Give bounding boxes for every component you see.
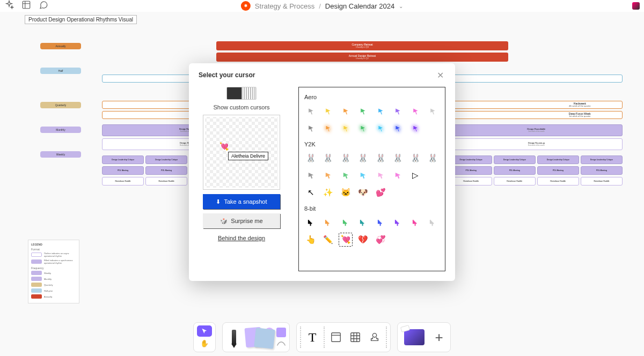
timeline-box-weekly[interactable]: PDL Meeting: [581, 166, 623, 175]
cursor-option[interactable]: 💘: [339, 233, 352, 246]
cursor-option[interactable]: 🐰: [392, 152, 405, 165]
cursor-option[interactable]: [339, 122, 352, 135]
show-cursors-toggle[interactable]: [226, 87, 257, 100]
cursor-option[interactable]: [374, 169, 387, 182]
close-icon[interactable]: ✕: [435, 70, 445, 80]
cursor-option[interactable]: [392, 169, 405, 182]
tool-frame[interactable]: [328, 325, 344, 349]
surprise-me-button[interactable]: 🎲 Surprise me: [203, 213, 280, 228]
cursor-option[interactable]: [322, 169, 335, 182]
cursor-option[interactable]: ✨: [322, 186, 335, 199]
tool-hand[interactable]: ✋: [197, 338, 212, 349]
cursor-option[interactable]: [304, 122, 317, 135]
timeline-bar-design-retreat[interactable]: Annual Design Retreat Usually in Q2: [216, 53, 508, 62]
take-snapshot-button[interactable]: ⬇ Take a snapshot: [203, 194, 280, 209]
cursor-option[interactable]: [409, 216, 422, 229]
timeline-bar-company-retreat[interactable]: Company Retreat Usually in Q3: [216, 41, 508, 50]
tool-text[interactable]: T: [304, 325, 320, 349]
timeline-box-weekly[interactable]: Homebase Huddle: [537, 177, 579, 186]
cursor-option[interactable]: [304, 216, 317, 229]
cursor-option[interactable]: 🐰: [374, 152, 387, 165]
timeline-box-weekly[interactable]: PDL Meeting: [537, 166, 579, 175]
cursor-option[interactable]: [322, 216, 335, 229]
tool-table[interactable]: [347, 325, 363, 349]
cursor-option[interactable]: [304, 105, 317, 117]
cursor-option[interactable]: [392, 122, 405, 135]
timeline-box[interactable]: Design Round-upEnd week of the month: [450, 138, 623, 150]
cursor-option[interactable]: [357, 122, 370, 135]
tool-stamp[interactable]: [367, 325, 383, 349]
sparkle-icon[interactable]: [4, 0, 14, 12]
app-menu-icon[interactable]: [632, 2, 640, 10]
cursor-option[interactable]: [409, 122, 422, 135]
timeline-box-weekly[interactable]: PDL Meeting: [494, 166, 536, 175]
timeline-box-weekly[interactable]: PDL Meeting: [450, 166, 492, 175]
chevron-down-icon[interactable]: ⌄: [399, 3, 403, 9]
behind-design-link[interactable]: Behind the design: [218, 235, 265, 241]
layout-icon[interactable]: [21, 0, 31, 12]
cursor-option[interactable]: [427, 105, 440, 117]
cursor-option[interactable]: 🐰: [427, 152, 440, 165]
cursor-option[interactable]: [374, 122, 387, 135]
pill-weekly[interactable]: Weekly: [40, 151, 81, 158]
cursor-option[interactable]: 🐶: [357, 186, 370, 199]
timeline-box-weekly[interactable]: Design Leadership Critique: [145, 155, 187, 164]
cursor-option[interactable]: ▷: [409, 169, 422, 182]
breadcrumb-current[interactable]: Design Calendar 2024: [325, 2, 394, 10]
cursor-option[interactable]: 💞: [374, 233, 387, 246]
cursor-option[interactable]: 🐰: [304, 152, 317, 165]
cursor-option[interactable]: [304, 169, 317, 182]
cursor-option[interactable]: ↖: [304, 186, 317, 199]
timeline-box-weekly[interactable]: Homebase Huddle: [145, 177, 187, 186]
cursor-option[interactable]: 💕: [374, 186, 387, 199]
cursor-option[interactable]: 🐰: [322, 152, 335, 165]
timeline-box-weekly[interactable]: PDL Meeting: [102, 166, 144, 175]
cursor-option[interactable]: [339, 169, 352, 182]
comment-icon[interactable]: [39, 0, 48, 12]
timeline-box-weekly[interactable]: PDL Meeting: [145, 166, 187, 175]
timeline-box-weekly[interactable]: Homebase Huddle: [102, 177, 144, 186]
canvas-object-label[interactable]: Product Design Operational Rhythms Visua…: [25, 15, 137, 24]
tool-select[interactable]: [197, 325, 212, 337]
pill-monthly[interactable]: Monthly: [40, 127, 81, 133]
tool-add[interactable]: +: [431, 325, 447, 349]
cursor-option[interactable]: [339, 105, 352, 117]
cursor-option[interactable]: [357, 216, 370, 229]
cursor-option[interactable]: [357, 105, 370, 117]
cursor-option[interactable]: 👆: [304, 233, 317, 246]
pill-half[interactable]: Half: [40, 68, 81, 74]
cursor-option[interactable]: [374, 216, 387, 229]
cursor-option[interactable]: [322, 122, 335, 135]
cursor-option[interactable]: [427, 216, 440, 229]
timeline-box-weekly[interactable]: Design Leadership Critique: [581, 155, 623, 164]
cursor-option[interactable]: [427, 169, 440, 182]
cursor-option[interactable]: 🐰: [357, 152, 370, 165]
cursor-option[interactable]: [322, 105, 335, 117]
pill-quarterly[interactable]: Quarterly: [40, 102, 81, 108]
timeline-box-weekly[interactable]: Homebase Huddle: [450, 177, 492, 186]
tool-widgets[interactable]: [401, 325, 428, 349]
cursor-option[interactable]: [374, 105, 387, 117]
timeline-box-weekly[interactable]: Design Leadership Critique: [494, 155, 536, 164]
cursor-option[interactable]: ✏️: [322, 233, 335, 246]
timeline-box-weekly[interactable]: Design Leadership Critique: [102, 155, 144, 164]
cursor-option[interactable]: [409, 105, 422, 117]
pill-annually[interactable]: Annually: [40, 43, 81, 49]
timeline-box-weekly[interactable]: Design Leadership Critique: [537, 155, 579, 164]
cursor-option[interactable]: [357, 169, 370, 182]
breadcrumb[interactable]: ✱ Strategy & Process / Design Calendar 2…: [241, 1, 403, 11]
cursor-gallery[interactable]: AeroY2K🐰🐰🐰🐰🐰🐰🐰🐰▷↖✨🐱🐶💕8-bit👆✏️💘💔💞: [298, 87, 445, 271]
timeline-box-weekly[interactable]: Homebase Huddle: [494, 177, 536, 186]
timeline-box-weekly[interactable]: Design Leadership Critique: [450, 155, 492, 164]
tool-pen[interactable]: [226, 325, 242, 349]
cursor-option[interactable]: [392, 105, 405, 117]
tool-sticky[interactable]: [245, 325, 261, 349]
timeline-box-weekly[interactable]: Homebase Huddle: [581, 177, 623, 186]
cursor-option[interactable]: 🐰: [339, 152, 352, 165]
cursor-option[interactable]: [339, 216, 352, 229]
cursor-option[interactable]: [392, 216, 405, 229]
timeline-box[interactable]: Design Roundtable2nd week of the month: [450, 124, 623, 136]
cursor-option[interactable]: 💔: [357, 233, 370, 246]
cursor-option[interactable]: 🐱: [339, 186, 352, 199]
cursor-option[interactable]: 🐰: [409, 152, 422, 165]
